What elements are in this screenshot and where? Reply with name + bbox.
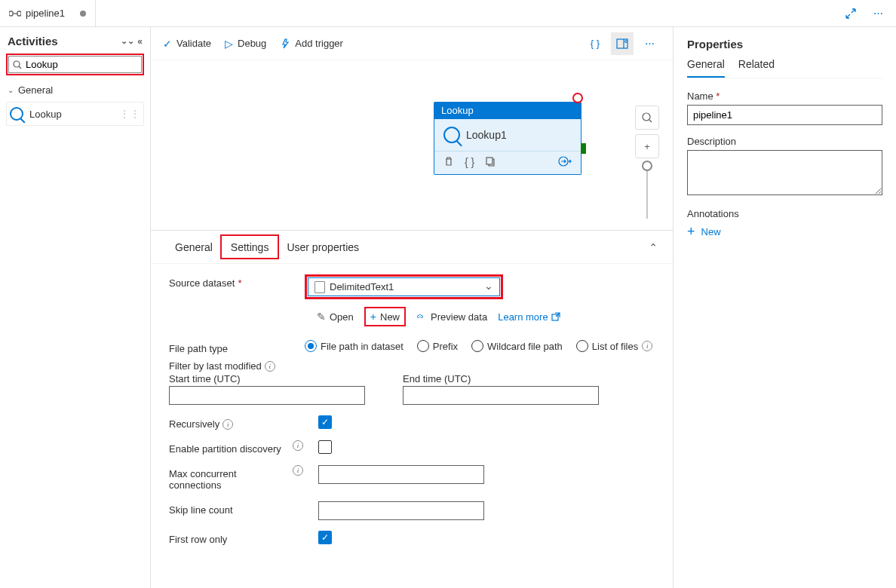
properties-heading: Properties <box>687 38 882 51</box>
lookup-icon <box>10 107 23 121</box>
properties-toggle-button[interactable] <box>611 32 634 55</box>
delete-node-button[interactable] <box>443 156 454 168</box>
zoom-slider[interactable] <box>646 166 648 219</box>
node-code-button[interactable]: { } <box>465 156 474 168</box>
radio-prefix[interactable]: Prefix <box>417 340 458 352</box>
node-name: Lookup1 <box>466 129 507 141</box>
svg-line-4 <box>19 66 21 69</box>
svg-line-9 <box>649 120 652 122</box>
collapse-all-icon[interactable]: ⌄⌄ <box>121 36 134 47</box>
radio-list-files[interactable]: List of files i <box>576 340 652 352</box>
code-view-button[interactable]: { } <box>584 32 606 55</box>
partition-checkbox[interactable] <box>318 440 332 454</box>
info-icon[interactable]: i <box>642 341 652 351</box>
tab-user-properties[interactable]: User properties <box>278 231 368 263</box>
tab-general[interactable]: General <box>166 231 222 263</box>
output-connector[interactable] <box>581 143 586 154</box>
source-dataset-select[interactable]: DelimitedText1 <box>308 277 500 296</box>
svg-rect-0 <box>9 11 13 16</box>
tab-settings[interactable]: Settings <box>220 234 280 259</box>
preview-data-button[interactable]: ᯅPreview data <box>416 311 487 323</box>
svg-point-3 <box>14 61 20 67</box>
pipeline-tab[interactable]: pipeline1 <box>0 0 96 26</box>
debug-button[interactable]: ▷Debug <box>225 38 266 50</box>
activity-lookup[interactable]: Lookup ⋮⋮ <box>6 102 144 126</box>
copy-node-button[interactable] <box>485 156 496 168</box>
hide-panel-icon[interactable]: « <box>137 36 143 47</box>
skip-line-input[interactable] <box>318 501 484 520</box>
radio-file-path-dataset[interactable]: File path in dataset <box>305 340 404 352</box>
external-link-icon <box>551 312 560 321</box>
svg-rect-10 <box>486 158 492 164</box>
open-dataset-button[interactable]: ✎Open <box>317 311 354 323</box>
trigger-icon <box>280 38 290 49</box>
info-icon[interactable]: i <box>293 440 303 451</box>
add-trigger-button[interactable]: Add trigger <box>280 38 343 49</box>
info-icon[interactable]: i <box>222 419 233 430</box>
info-icon[interactable]: i <box>265 361 275 372</box>
fit-zoom-button[interactable] <box>635 106 659 130</box>
expand-icon[interactable] <box>840 3 861 24</box>
recursively-checkbox[interactable]: ✓ <box>318 415 332 429</box>
first-row-checkbox[interactable]: ✓ <box>318 531 332 544</box>
zoom-in-button[interactable]: + <box>635 134 659 158</box>
max-conn-input[interactable] <box>318 465 484 484</box>
prop-tab-related[interactable]: Related <box>738 58 775 78</box>
plus-icon: + <box>370 311 376 323</box>
pipeline-name-input[interactable] <box>687 105 882 125</box>
chevron-down-icon: ⌄ <box>8 86 14 94</box>
unsaved-dot <box>80 11 86 17</box>
new-annotation-button[interactable]: +New <box>687 224 882 240</box>
collapse-panel-icon[interactable]: ⌄ <box>649 241 658 253</box>
info-icon[interactable]: i <box>293 465 303 476</box>
annotation-circle <box>572 93 583 103</box>
svg-point-7 <box>625 40 628 42</box>
svg-point-8 <box>643 113 650 121</box>
validate-button[interactable]: ✓Validate <box>163 38 211 50</box>
description-textarea[interactable] <box>687 150 882 195</box>
activity-search-input[interactable] <box>8 56 142 73</box>
node-arrow-button[interactable] <box>558 156 572 168</box>
canvas-more-icon[interactable]: ⋯ <box>638 32 661 55</box>
group-general[interactable]: ⌄ General <box>6 81 144 99</box>
pipeline-canvas[interactable]: + Lookup Lookup1 { } <box>151 60 673 230</box>
start-time-input[interactable] <box>169 386 365 405</box>
end-time-input[interactable] <box>403 386 599 405</box>
tab-title: pipeline1 <box>26 8 65 19</box>
check-icon: ✓ <box>163 38 172 50</box>
more-icon[interactable]: ⋯ <box>867 3 888 24</box>
new-dataset-button[interactable]: +New <box>364 307 406 326</box>
lookup-node[interactable]: Lookup Lookup1 { } <box>434 102 581 175</box>
lookup-icon <box>443 127 460 143</box>
pencil-icon: ✎ <box>317 311 326 323</box>
preview-icon: ᯅ <box>416 311 427 323</box>
prop-tab-general[interactable]: General <box>687 58 725 78</box>
pipeline-icon <box>9 9 21 18</box>
activities-heading: Activities <box>8 35 58 47</box>
radio-wildcard[interactable]: Wildcard file path <box>471 340 563 352</box>
svg-rect-1 <box>17 11 21 16</box>
play-icon: ▷ <box>225 38 233 50</box>
node-header: Lookup <box>434 102 581 119</box>
plus-icon: + <box>687 224 695 240</box>
learn-more-link[interactable]: Learn more <box>498 311 560 323</box>
search-icon <box>13 60 22 69</box>
grip-icon: ⋮⋮ <box>119 108 140 120</box>
